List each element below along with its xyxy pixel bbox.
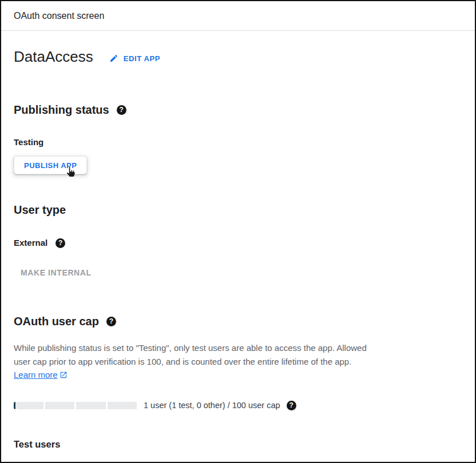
oauth-user-cap-heading-text: OAuth user cap (14, 314, 99, 328)
oauth-user-cap-heading: OAuth user cap ? (14, 314, 462, 328)
edit-app-label: EDIT APP (124, 54, 160, 63)
main-content: DataAccess EDIT APP Publishing status ? … (1, 48, 475, 450)
publish-app-button[interactable]: PUBLISH APP (14, 156, 87, 174)
progress-segment (108, 402, 137, 409)
user-type-heading-text: User type (14, 203, 66, 217)
help-icon[interactable]: ? (106, 317, 116, 326)
test-users-heading: Test users (14, 439, 462, 450)
publish-button-row: PUBLISH APP (14, 156, 462, 174)
user-cap-usage-label: 1 user (1 test, 0 other) / 100 user cap (144, 401, 280, 410)
publishing-status-heading: Publishing status ? (14, 103, 462, 117)
progress-segment (14, 402, 43, 409)
publishing-status-heading-text: Publishing status (14, 103, 109, 117)
app-row: DataAccess EDIT APP (14, 48, 462, 65)
app-name: DataAccess (14, 48, 93, 65)
learn-more-link[interactable]: Learn more (14, 370, 58, 380)
user-cap-progress-fill (14, 402, 15, 409)
user-type-value: External (14, 238, 47, 248)
oauth-consent-page: { "colors": { "accent_blue": "#1a73e8", … (0, 0, 476, 463)
progress-segment (45, 402, 75, 409)
help-icon[interactable]: ? (55, 238, 65, 248)
edit-app-button[interactable]: EDIT APP (109, 54, 160, 63)
make-internal-row: MAKE INTERNAL (14, 268, 462, 278)
page-header: OAuth consent screen (1, 1, 475, 31)
user-type-row: External ? (14, 238, 462, 248)
user-type-heading: User type (14, 203, 462, 217)
user-cap-usage-row: 1 user (1 test, 0 other) / 100 user cap … (14, 401, 462, 410)
user-cap-progress-bar (14, 402, 137, 409)
publishing-status-value: Testing (14, 137, 462, 147)
help-icon[interactable]: ? (287, 401, 296, 410)
user-cap-description: While publishing status is set to "Testi… (14, 341, 373, 383)
progress-segment (76, 402, 106, 409)
pencil-icon (109, 54, 118, 63)
help-icon[interactable]: ? (117, 105, 126, 115)
user-cap-description-text: While publishing status is set to "Testi… (14, 343, 367, 366)
page-title: OAuth consent screen (14, 11, 104, 21)
make-internal-button[interactable]: MAKE INTERNAL (21, 268, 92, 277)
external-link-icon (60, 369, 68, 383)
